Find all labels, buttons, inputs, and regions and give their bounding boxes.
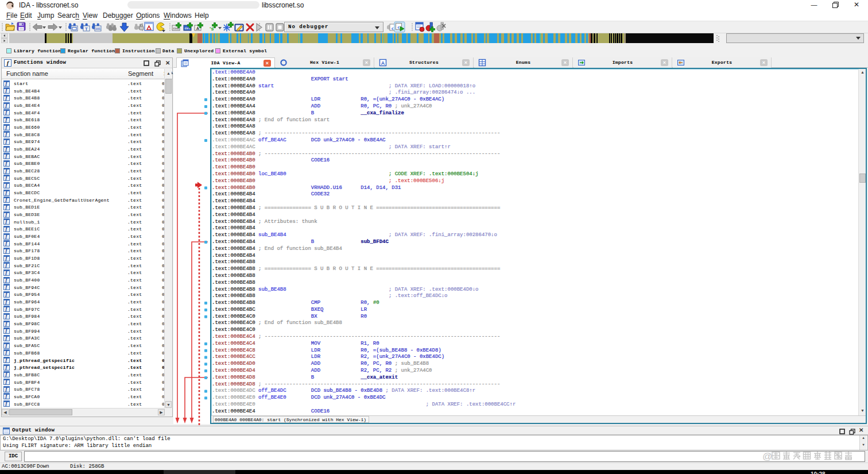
svg-text:T: T	[85, 26, 88, 32]
svg-text:A: A	[196, 26, 200, 31]
svg-text:101: 101	[95, 27, 100, 30]
svg-text:c: c	[398, 24, 400, 30]
svg-text:c: c	[392, 25, 394, 31]
svg-text:@: @	[762, 451, 772, 462]
svg-text:‘s: ‘s	[210, 26, 214, 32]
